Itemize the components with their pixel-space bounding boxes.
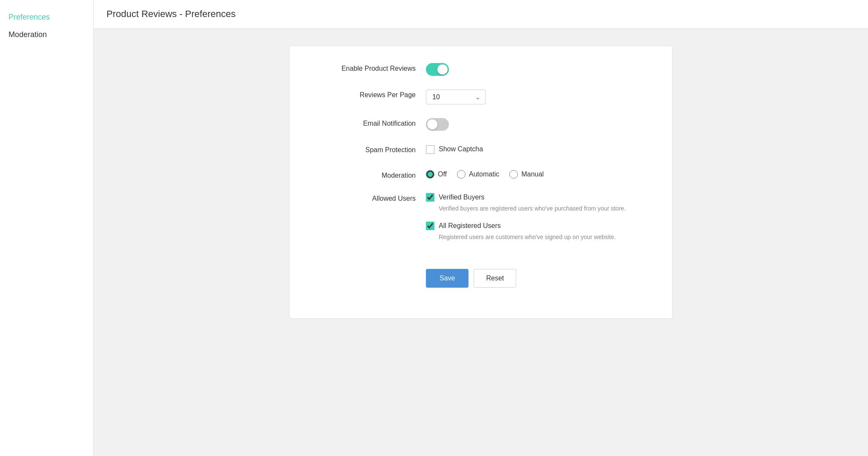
moderation-automatic-radio[interactable]	[457, 170, 466, 179]
all-registered-users-label: All Registered Users	[439, 222, 501, 230]
moderation-off-wrapper[interactable]: Off	[426, 170, 447, 179]
page-header: Product Reviews - Preferences	[94, 0, 868, 29]
moderation-automatic-label: Automatic	[469, 170, 499, 178]
sidebar-item-preferences[interactable]: Preferences	[7, 9, 86, 26]
spam-protection-control: Show Captcha	[426, 144, 647, 156]
allowed-users-row: Allowed Users Verified Buyers Verified b…	[315, 193, 647, 250]
main-content: Product Reviews - Preferences Enable Pro…	[94, 0, 868, 456]
email-notification-label: Email Notification	[315, 118, 426, 127]
sidebar-item-moderation[interactable]: Moderation	[7, 26, 86, 43]
spam-protection-row: Spam Protection Show Captcha	[315, 144, 647, 156]
reviews-per-page-label: Reviews Per Page	[315, 89, 426, 99]
reviews-per-page-row: Reviews Per Page 5 10 15 20 25 50 ⌄	[315, 89, 647, 104]
page-title: Product Reviews - Preferences	[106, 9, 855, 20]
email-notification-slider	[426, 118, 449, 131]
enable-reviews-slider	[426, 63, 449, 76]
spam-protection-label: Spam Protection	[315, 144, 426, 154]
email-notification-toggle[interactable]	[426, 118, 449, 131]
buttons-spacer	[315, 264, 426, 266]
moderation-automatic-wrapper[interactable]: Automatic	[457, 170, 499, 179]
verified-buyers-description: Verified buyers are registered users who…	[439, 204, 626, 213]
reviews-per-page-select[interactable]: 5 10 15 20 25 50	[426, 89, 486, 104]
verified-buyers-option: Verified Buyers Verified buyers are regi…	[426, 193, 626, 222]
show-captcha-label: Show Captcha	[439, 145, 483, 153]
moderation-off-label: Off	[438, 170, 447, 178]
show-captcha-checkbox[interactable]	[426, 145, 434, 154]
moderation-radio-group: Off Automatic Manual	[426, 170, 544, 179]
enable-reviews-toggle[interactable]	[426, 63, 449, 76]
verified-buyers-wrapper: Verified Buyers	[426, 193, 626, 202]
moderation-label: Moderation	[315, 170, 426, 179]
verified-buyers-checkbox[interactable]	[426, 193, 434, 202]
button-group: Save Reset	[426, 269, 516, 288]
enable-reviews-label: Enable Product Reviews	[315, 63, 426, 72]
moderation-manual-radio[interactable]	[509, 170, 518, 179]
reviews-per-page-select-wrapper: 5 10 15 20 25 50 ⌄	[426, 89, 486, 104]
moderation-manual-wrapper[interactable]: Manual	[509, 170, 543, 179]
settings-card: Enable Product Reviews Reviews Per Page …	[289, 46, 673, 319]
save-button[interactable]: Save	[426, 269, 468, 288]
moderation-control: Off Automatic Manual	[426, 170, 647, 179]
buttons-control: Save Reset	[426, 264, 647, 288]
verified-buyers-label: Verified Buyers	[439, 193, 485, 201]
enable-reviews-control	[426, 63, 647, 76]
email-notification-control	[426, 118, 647, 131]
all-registered-users-option: All Registered Users Registered users ar…	[426, 222, 616, 250]
allowed-users-control: Verified Buyers Verified buyers are regi…	[426, 193, 647, 250]
moderation-off-radio[interactable]	[426, 170, 434, 179]
all-registered-users-description: Registered users are customers who've si…	[439, 233, 616, 242]
enable-reviews-row: Enable Product Reviews	[315, 63, 647, 76]
all-registered-wrapper: All Registered Users	[426, 222, 616, 230]
email-notification-row: Email Notification	[315, 118, 647, 131]
moderation-manual-label: Manual	[521, 170, 543, 178]
reviews-per-page-control: 5 10 15 20 25 50 ⌄	[426, 89, 647, 104]
buttons-row: Save Reset	[315, 264, 647, 288]
show-captcha-wrapper: Show Captcha	[426, 144, 483, 154]
allowed-users-label: Allowed Users	[315, 193, 426, 202]
content-area: Enable Product Reviews Reviews Per Page …	[94, 29, 868, 336]
all-registered-users-checkbox[interactable]	[426, 222, 434, 230]
moderation-row: Moderation Off Automatic Man	[315, 170, 647, 179]
sidebar: Preferences Moderation	[0, 0, 94, 456]
reset-button[interactable]: Reset	[474, 269, 516, 288]
